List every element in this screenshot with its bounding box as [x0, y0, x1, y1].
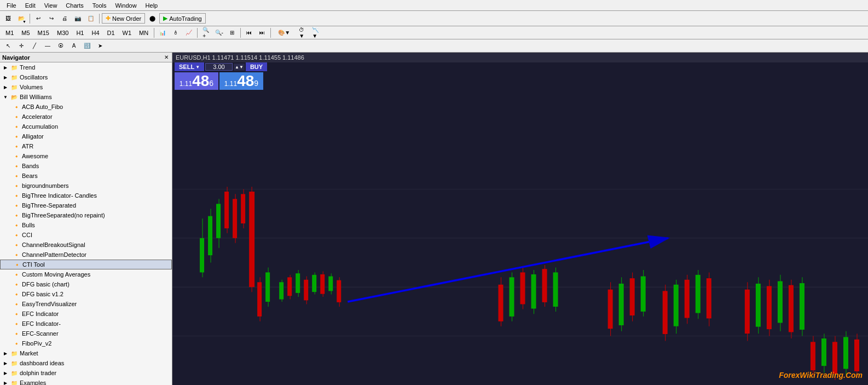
line-tool[interactable]: ╱ [28, 41, 40, 51]
menu-file[interactable]: File [2, 1, 21, 10]
chart-header: EURUSD,H1 1.11471 1.11514 1.11455 1.1148… [172, 53, 868, 62]
nav-item-channelpattern[interactable]: 🔸 ChannelPatternDetector [0, 250, 172, 260]
scroll-start[interactable]: ⏭ [256, 27, 268, 38]
menu-window[interactable]: Window [111, 1, 141, 10]
nav-item-dfg-basic-v12[interactable]: 🔸 DFG basic v1.2 [0, 289, 172, 299]
svg-rect-46 [531, 274, 536, 309]
arrow-tool[interactable]: ➤ [94, 41, 106, 51]
fibo-tool[interactable]: 🔢 [81, 41, 93, 51]
expand-volumes[interactable]: ▶ [2, 84, 9, 90]
nav-item-efc2[interactable]: 🔸 EFC Indicator- [0, 319, 172, 329]
nav-item-bigthree-sep[interactable]: 🔸 BigThree-Separated [0, 200, 172, 210]
nav-item-volumes[interactable]: ▶ 📁 Volumes [0, 82, 172, 92]
tf-h1[interactable]: H1 [73, 28, 87, 37]
navigator-close-button[interactable]: ✕ [163, 54, 170, 61]
toolbar-undo[interactable]: ↩ [32, 13, 44, 25]
nav-item-fibopiv[interactable]: 🔸 FiboPiv_v2 [0, 338, 172, 348]
chart-type-bars[interactable]: 📊 [157, 27, 169, 38]
chart-grid[interactable]: ⊞ [226, 27, 238, 38]
toolbar-dot[interactable]: ⬤ [146, 13, 158, 25]
folder-icon-dolphin: 📁 [10, 369, 19, 377]
indicators[interactable]: 📉▼ [309, 27, 321, 38]
menu-edit[interactable]: Edit [21, 1, 40, 10]
zoom-in[interactable]: 🔍+ [200, 27, 212, 38]
nav-item-cci[interactable]: 🔸 CCI [0, 230, 172, 240]
new-order-button[interactable]: ✚ New Order [102, 13, 145, 24]
toolbar-new-chart[interactable]: 🖼 [2, 13, 14, 25]
expand-dolphin[interactable]: ▶ [2, 370, 9, 376]
nav-item-custom-ma[interactable]: 🔸 Custom Moving Averages [0, 269, 172, 279]
tf-mn[interactable]: MN [136, 28, 152, 37]
toolbar-redo[interactable]: ↪ [45, 13, 57, 25]
text-tool[interactable]: A [68, 41, 80, 51]
cursor-tool[interactable]: ↖ [2, 41, 14, 51]
expand-trend[interactable]: ▶ [2, 64, 9, 71]
color-scheme[interactable]: 🎨▼ [273, 27, 295, 38]
nav-item-efc-scanner[interactable]: 🔸 EFC-Scanner [0, 329, 172, 338]
crosshair-tool[interactable]: ✛ [15, 41, 27, 51]
nav-item-oscillators[interactable]: ▶ 📁 Oscillators [0, 72, 172, 82]
expand-oscillators[interactable]: ▶ [2, 74, 9, 81]
nav-item-alligator[interactable]: 🔸 Alligator [0, 131, 172, 141]
menu-tools[interactable]: Tools [88, 1, 111, 10]
nav-item-atr[interactable]: 🔸 ATR [0, 141, 172, 151]
toolbar-print[interactable]: 🖨 [59, 13, 71, 25]
chart-area[interactable]: EURUSD,H1 1.11471 1.11514 1.11455 1.1148… [172, 53, 868, 385]
nav-item-accelerator[interactable]: 🔸 Accelerator [0, 112, 172, 122]
nav-item-trend[interactable]: ▶ 📁 Trend [0, 62, 172, 72]
menu-view[interactable]: View [40, 1, 62, 10]
nav-item-acb[interactable]: 🔸 ACB Auto_Fibo [0, 102, 172, 112]
sell-button[interactable]: SELL ▼ [175, 62, 204, 71]
tf-d1[interactable]: D1 [104, 28, 118, 37]
hline-tool[interactable]: — [42, 41, 54, 51]
period-sep2[interactable]: ⦿ [55, 41, 67, 51]
nav-item-dolphin[interactable]: ▶ 📁 dolphin trader [0, 368, 172, 378]
nav-item-bigthreesep-norepaint[interactable]: 🔸 BigThreeSeparated(no repaint) [0, 210, 172, 220]
nav-item-dashboard[interactable]: ▶ 📁 dashboard ideas [0, 358, 172, 368]
buy-button[interactable]: BUY [246, 62, 267, 71]
svg-rect-38 [337, 280, 341, 302]
toolbar-open[interactable]: 📂▼ [15, 13, 27, 25]
period-sep[interactable]: ⏱▼ [296, 27, 308, 38]
nav-item-channelbreakout[interactable]: 🔸 ChannelBreakoutSignal [0, 240, 172, 250]
nav-item-awesome[interactable]: 🔸 Awesome [0, 151, 172, 161]
tf-m30[interactable]: M30 [54, 28, 72, 37]
expand-bill-williams[interactable]: ▼ [2, 94, 9, 100]
folder-icon-dashboard: 📁 [10, 359, 19, 367]
nav-item-bigroundnumbers[interactable]: 🔸 bigroundnumbers [0, 181, 172, 191]
tf-m1[interactable]: M1 [2, 28, 17, 37]
nav-item-examples[interactable]: ▶ 📁 Examples [0, 378, 172, 385]
nav-item-bigthree-candles[interactable]: 🔸 BigThree Indicator- Candles [0, 191, 172, 200]
chart-type-candles[interactable]: 🕯 [170, 27, 182, 38]
nav-item-bands[interactable]: 🔸 Bands [0, 161, 172, 171]
expand-market[interactable]: ▶ [2, 350, 9, 357]
chart-type-line[interactable]: 📈 [183, 27, 195, 38]
nav-item-bill-williams[interactable]: ▼ 📂 Bill Williams [0, 92, 172, 102]
expand-examples[interactable]: ▶ [2, 380, 9, 385]
autotrading-button[interactable]: ▶ AutoTrading [159, 13, 206, 24]
nav-item-cti[interactable]: 🔸 CTI Tool [0, 260, 172, 269]
zoom-out[interactable]: 🔍- [213, 27, 225, 38]
nav-item-easytrend[interactable]: 🔸 EasyTrendVisualizer [0, 299, 172, 309]
toolbar-templates[interactable]: 📋 [85, 13, 97, 25]
qty-arrow[interactable]: ▲▼ [234, 64, 245, 71]
menu-charts[interactable]: Charts [61, 1, 88, 10]
nav-item-accumulation[interactable]: 🔸 Accumulation [0, 122, 172, 131]
nav-item-efc[interactable]: 🔸 EFC Indicator [0, 309, 172, 319]
navigator-content[interactable]: ▶ 📁 Trend ▶ 📁 Oscillators ▶ 📁 Volumes ▼ … [0, 62, 172, 385]
nav-item-bears[interactable]: 🔸 Bears [0, 171, 172, 181]
tf-w1[interactable]: W1 [119, 28, 135, 37]
nav-item-market[interactable]: ▶ 📁 Market [0, 348, 172, 358]
quantity-input[interactable] [205, 63, 233, 71]
expand-dashboard[interactable]: ▶ [2, 360, 9, 366]
svg-rect-70 [745, 290, 750, 334]
menu-help[interactable]: Help [141, 1, 163, 10]
nav-item-bulls[interactable]: 🔸 Bulls [0, 220, 172, 230]
tf-h4[interactable]: H4 [88, 28, 102, 37]
nav-item-dfg-basic-chart[interactable]: 🔸 DFG basic (chart) [0, 279, 172, 289]
folder-icon-volumes: 📁 [10, 83, 19, 91]
tf-m5[interactable]: M5 [18, 28, 33, 37]
scroll-end[interactable]: ⏮ [243, 27, 255, 38]
toolbar-screenshot[interactable]: 📷 [72, 13, 84, 25]
tf-m15[interactable]: M15 [34, 28, 53, 37]
